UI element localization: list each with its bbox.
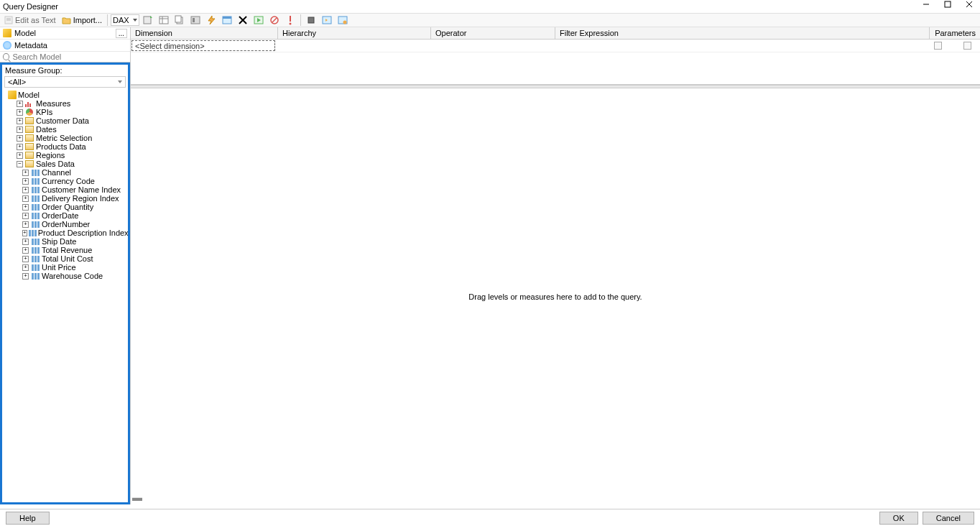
parameter-checkbox-1[interactable] [934,42,942,50]
tree-label: Regions [36,151,65,160]
tree-attr-customer-name-index[interactable]: +Customer Name Index [2,185,128,194]
tree-label: OrderDate [42,211,78,220]
tree-attr-channel[interactable]: +Channel [2,168,128,177]
prepare-query-button[interactable] [320,14,334,27]
svg-rect-13 [191,17,200,24]
measure-group-value: <All> [8,78,26,86]
toolbar: Edit as Text Import... DAX [0,13,980,27]
expander-icon[interactable]: + [17,152,23,159]
tree-attr-warehouse-code[interactable]: +Warehouse Code [2,272,128,280]
expander-icon[interactable]: + [22,195,29,202]
tree-attr-orderdate[interactable]: +OrderDate [2,211,128,220]
expander-icon[interactable]: + [22,264,29,271]
tree-root-model[interactable]: Model [2,91,128,99]
language-dropdown[interactable]: DAX [111,14,139,26]
measures-icon [24,99,34,108]
dimension-icon [24,116,34,125]
auto-exec-button[interactable] [204,14,218,27]
metadata-tab[interactable]: Metadata [0,40,130,52]
ok-button[interactable]: OK [879,512,918,525]
expander-icon[interactable]: + [22,239,29,245]
tree-attr-order-quantity[interactable]: +Order Quantity [2,203,128,211]
expander-icon[interactable]: + [22,213,29,219]
close-button[interactable] [958,0,980,11]
expander-icon[interactable]: + [17,118,23,124]
expander-icon[interactable]: + [17,109,23,116]
parameter-checkbox-2[interactable] [963,42,971,50]
query-params-button[interactable] [304,14,318,27]
tree-node-sales-data[interactable]: −Sales Data [2,160,128,168]
model-browse-button[interactable]: ... [116,29,127,38]
query-drop-area[interactable]: Drag levels or measures here to add to t… [131,88,980,504]
expander-icon[interactable]: + [17,135,23,142]
expander-icon[interactable]: + [22,221,29,228]
col-parameters[interactable]: Parameters [930,27,980,39]
edit-as-text-button[interactable]: Edit as Text [1,14,58,27]
expander-icon[interactable]: + [17,126,23,133]
expander-icon[interactable]: + [22,230,27,236]
delete-button[interactable] [236,14,250,27]
toolbar-separator [300,14,301,26]
toggle-empty-button[interactable] [188,14,203,27]
refresh-fields-button[interactable] [141,14,155,27]
expander-icon[interactable]: + [22,247,29,254]
flatten-button[interactable] [336,14,350,27]
svg-rect-8 [160,17,168,24]
tree-label: Metric Selection [36,134,92,142]
tree-attr-total-unit-cost[interactable]: +Total Unit Cost [2,254,128,263]
tree-attr-ship-date[interactable]: +Ship Date [2,237,128,246]
select-dimension-cell[interactable]: <Select dimension> [131,40,275,51]
tree-attr-product-description-index[interactable]: +Product Description Index [2,229,128,237]
copy-button[interactable] [172,14,187,27]
tree-node-kpis[interactable]: +KPIs [2,108,128,116]
metadata-tree: Model +Measures+KPIs+Customer Data+Dates… [2,89,128,502]
import-button[interactable]: Import... [60,14,104,27]
cancel-button[interactable]: Cancel [923,512,974,525]
window-title: Query Designer [3,2,58,11]
design-mode-button[interactable] [283,14,297,27]
measure-group-panel: Measure Group: <All> Model +Measures+KPI… [0,63,130,504]
tree-attr-unit-price[interactable]: +Unit Price [2,263,128,272]
show-agg-button[interactable] [220,14,234,27]
tree-node-metric-selection[interactable]: +Metric Selection [2,134,128,142]
expander-icon[interactable]: + [22,178,29,185]
copy-icon [175,15,185,25]
attribute-icon [30,203,40,211]
measure-group-dropdown[interactable]: <All> [4,76,126,88]
expander-icon[interactable]: + [22,204,29,211]
minimize-button[interactable] [915,0,937,11]
tree-label: Order Quantity [42,203,93,211]
model-selector-row[interactable]: Model ... [0,27,130,40]
filter-grid-row: <Select dimension> [131,40,980,52]
tree-attr-total-revenue[interactable]: +Total Revenue [2,246,128,254]
tree-node-dates[interactable]: +Dates [2,125,128,134]
maximize-button[interactable] [937,0,958,11]
search-input[interactable] [12,52,127,61]
execute-button[interactable] [251,14,266,27]
col-operator[interactable]: Operator [431,27,555,39]
expander-icon[interactable]: + [22,256,29,262]
expander-icon[interactable]: + [22,273,29,280]
tree-node-measures[interactable]: +Measures [2,99,128,108]
add-table-button[interactable] [157,14,171,27]
col-hierarchy[interactable]: Hierarchy [278,27,431,39]
expander-icon[interactable]: + [17,144,23,150]
help-button[interactable]: Help [6,512,50,525]
cancel-query-button[interactable] [267,14,282,27]
col-filter[interactable]: Filter Expression [555,27,930,39]
model-label: Model [14,29,36,37]
attribute-icon [30,254,40,263]
tree-node-products-data[interactable]: +Products Data [2,142,128,151]
col-dimension[interactable]: Dimension [131,27,278,39]
cube-icon [3,29,11,37]
expander-icon[interactable]: + [22,187,29,193]
expander-icon[interactable]: + [17,101,23,107]
language-label: DAX [113,16,129,24]
tree-attr-currency-code[interactable]: +Currency Code [2,177,128,185]
tree-node-customer-data[interactable]: +Customer Data [2,116,128,125]
expander-icon[interactable]: + [22,170,29,176]
tree-node-regions[interactable]: +Regions [2,151,128,160]
expander-icon[interactable]: − [17,161,23,167]
tree-attr-ordernumber[interactable]: +OrderNumber [2,220,128,229]
tree-attr-delivery-region-index[interactable]: +Delivery Region Index [2,194,128,203]
